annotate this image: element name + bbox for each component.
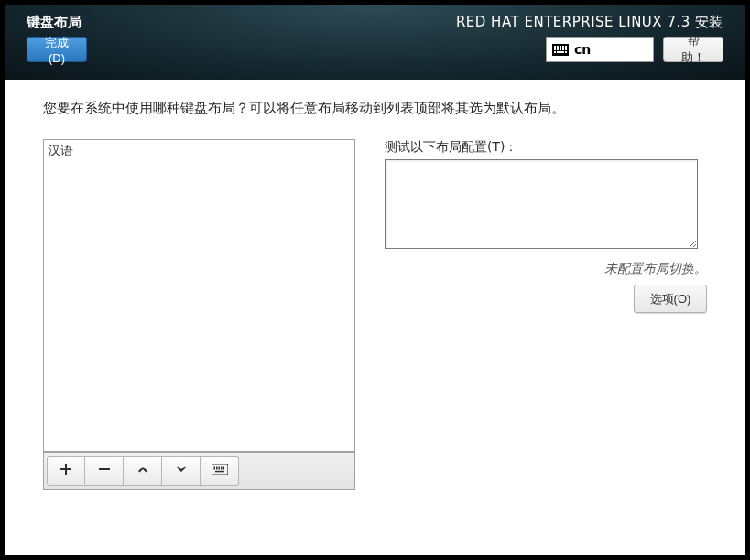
svg-rect-7 — [557, 48, 559, 50]
keyboard-indicator-code: cn — [574, 42, 591, 57]
svg-rect-24 — [221, 468, 223, 470]
chevron-up-icon — [136, 463, 149, 479]
layouts-column: 汉语 — [43, 139, 355, 490]
test-input[interactable] — [385, 159, 698, 249]
test-column: 测试以下布局配置(T)： 未配置布局切换。 选项(O) — [385, 139, 707, 490]
chevron-down-icon — [175, 463, 188, 479]
header-bar: 键盘布局 完成(D) RED HAT ENTERPRISE LINUX 7.3 … — [5, 5, 745, 80]
svg-rect-8 — [560, 48, 561, 50]
svg-rect-1 — [554, 46, 556, 48]
plus-icon — [60, 463, 72, 479]
svg-rect-20 — [223, 467, 224, 468]
installer-spoke-window: 键盘布局 完成(D) RED HAT ENTERPRISE LINUX 7.3 … — [5, 5, 745, 555]
minus-icon — [98, 463, 111, 479]
add-layout-button[interactable] — [47, 456, 85, 486]
svg-rect-17 — [216, 467, 218, 468]
columns: 汉语 — [43, 139, 707, 490]
list-item[interactable]: 汉语 — [48, 143, 351, 159]
svg-rect-25 — [223, 468, 224, 470]
svg-rect-13 — [565, 51, 567, 53]
svg-rect-19 — [221, 467, 223, 468]
header-right: RED HAT ENTERPRISE LINUX 7.3 安装 cn 帮助！ — [456, 14, 723, 80]
svg-rect-3 — [560, 46, 561, 48]
keyboard-indicator[interactable]: cn — [546, 37, 654, 62]
svg-rect-12 — [557, 51, 564, 53]
svg-rect-18 — [218, 467, 220, 468]
svg-rect-22 — [216, 468, 218, 470]
layouts-list[interactable]: 汉语 — [43, 139, 355, 452]
keyboard-icon — [552, 44, 569, 56]
svg-rect-5 — [565, 46, 567, 48]
options-button[interactable]: 选项(O) — [634, 285, 707, 313]
preview-layout-button[interactable] — [201, 456, 239, 486]
page-title: 键盘布局 — [27, 14, 87, 31]
svg-rect-10 — [565, 48, 567, 50]
prompt-text: 您要在系统中使用哪种键盘布局？可以将任意布局移动到列表顶部将其选为默认布局。 — [43, 100, 707, 117]
svg-rect-14 — [99, 468, 110, 470]
svg-rect-9 — [562, 48, 564, 50]
svg-rect-23 — [218, 468, 220, 470]
remove-layout-button[interactable] — [85, 456, 124, 486]
svg-rect-2 — [557, 46, 559, 48]
options-row: 选项(O) — [385, 285, 707, 313]
svg-rect-26 — [215, 471, 224, 473]
switch-status-text: 未配置布局切换。 — [385, 261, 707, 277]
header-right-row: cn 帮助！ — [546, 37, 723, 62]
layouts-toolbar — [43, 452, 355, 490]
move-up-button[interactable] — [124, 456, 162, 486]
svg-rect-6 — [554, 48, 556, 50]
keyboard-icon — [212, 464, 228, 478]
header-left: 键盘布局 完成(D) — [27, 14, 87, 80]
svg-rect-21 — [213, 468, 215, 470]
done-button[interactable]: 完成(D) — [27, 37, 87, 62]
help-button[interactable]: 帮助！ — [663, 37, 723, 62]
svg-rect-4 — [562, 46, 564, 48]
move-down-button[interactable] — [162, 456, 201, 486]
product-title: RED HAT ENTERPRISE LINUX 7.3 安装 — [456, 14, 723, 31]
svg-rect-16 — [213, 467, 215, 468]
content-area: 您要在系统中使用哪种键盘布局？可以将任意布局移动到列表顶部将其选为默认布局。 汉… — [5, 80, 745, 555]
test-label: 测试以下布局配置(T)： — [385, 139, 707, 156]
svg-rect-11 — [554, 51, 556, 53]
